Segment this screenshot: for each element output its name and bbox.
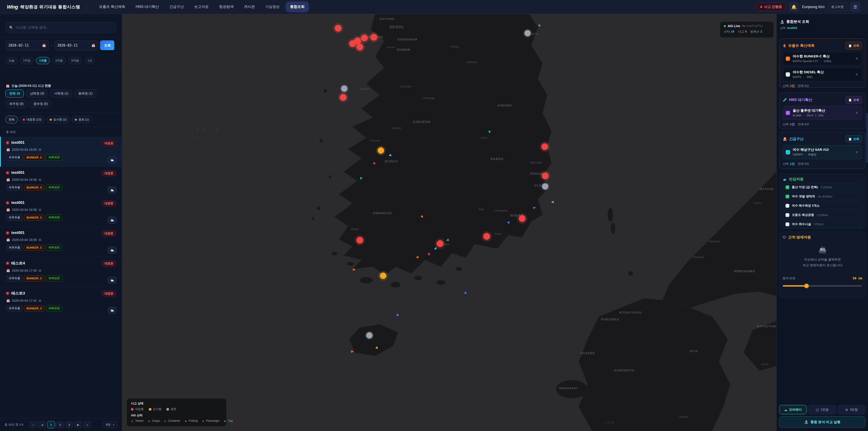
model-checkbox[interactable]: ✓ — [786, 57, 790, 61]
incident-marker[interactable] — [356, 237, 363, 244]
incident-card[interactable]: test001 대응중 📅 2026-03-04 18:58 🏛 유류유출 BU… — [0, 167, 122, 197]
nav-item-통합조회[interactable]: 통합조회 — [286, 2, 308, 11]
incident-marker[interactable] — [335, 25, 342, 32]
weather-button[interactable]: ⛅ — [108, 247, 116, 254]
close-icon[interactable]: ✕ — [855, 150, 859, 155]
incident-card[interactable]: test001 대응중 📅 2026-03-04 18:58 🏛 유류유출 BU… — [0, 227, 122, 257]
incident-marker[interactable] — [356, 43, 363, 51]
region-filter-전체 16[interactable]: 전체 16 — [5, 90, 24, 98]
page-button-3[interactable]: 3 — [65, 421, 73, 428]
analysis-model-item[interactable]: ✓ 여수 해상구난 SAR #12 SAROPS · 확률맵 ✕ — [783, 145, 862, 159]
close-icon[interactable]: ✕ — [855, 110, 859, 116]
model-checkbox[interactable] — [786, 72, 790, 76]
analysis-model-item[interactable]: ✓ 울산 톨루엔 대기확산 ALOHA · IDLH 1.2km ✕ — [783, 106, 862, 120]
analysis-model-item[interactable]: 여수항 DIESEL 확산 KOSPS · 30kL ✕ — [783, 68, 862, 81]
quick-range-6개월[interactable]: 6개월 — [68, 57, 82, 64]
weather-button[interactable]: ⛅ — [108, 307, 116, 314]
resource-checkbox[interactable] — [785, 213, 789, 217]
sensitive-resource-row[interactable]: ✓ 여수 갯벌 생태계 (4,013ha) — [783, 192, 862, 200]
radius-slider[interactable] — [783, 285, 862, 286]
weather-button[interactable]: ⛅ — [108, 217, 116, 223]
incident-card[interactable]: test001 대응중 📅 2026-03-04 19:00 🏛 유류유출 BU… — [0, 137, 122, 167]
date-query-button[interactable]: 조회 — [100, 40, 115, 51]
incident-marker[interactable] — [370, 34, 377, 41]
logout-button[interactable]: 로그아웃 — [828, 3, 847, 11]
date-from-input[interactable]: 2026-02-11 📅 — [5, 40, 49, 51]
sensitive-resource-row[interactable]: 여수 해수욕장 3개소 — [783, 202, 862, 210]
incident-marker[interactable] — [519, 215, 526, 222]
nav-item-기상정보[interactable]: 기상정보 — [261, 2, 283, 11]
panel-scrollbar[interactable] — [866, 113, 868, 163]
quick-range-3개월[interactable]: 3개월 — [52, 57, 66, 64]
resource-checkbox[interactable]: ✓ — [785, 194, 789, 198]
prev-page-button[interactable]: ◀ — [38, 421, 46, 428]
status-filter-종료 (1)[interactable]: 종료 (1) — [72, 116, 92, 123]
status-filter-조사중 (2)[interactable]: 조사중 (2) — [46, 116, 70, 123]
model-checkbox[interactable]: ✓ — [786, 111, 790, 115]
incident-marker[interactable] — [366, 332, 373, 339]
nav-item-항공탐색[interactable]: 항공탐색 — [215, 2, 237, 11]
weather-button[interactable]: ⛅ — [108, 187, 116, 193]
resource-checkbox[interactable]: ✓ — [785, 185, 789, 189]
model-checkbox[interactable]: ✓ — [786, 150, 790, 154]
sar-query-button[interactable]: 📋 조회 — [845, 135, 862, 143]
quick-range-1개월[interactable]: 1개월 — [36, 57, 50, 64]
quick-range-오늘[interactable]: 오늘 — [5, 57, 18, 64]
view-mode-3분할[interactable]: ⊞3분할 — [838, 405, 865, 414]
close-icon[interactable]: ✕ — [855, 72, 859, 77]
page-button-1[interactable]: 1 — [47, 421, 55, 428]
incident-marker[interactable] — [541, 143, 548, 150]
nav-item-유출유 확산예측[interactable]: 유출유 확산예측 — [95, 2, 129, 11]
map-canvas[interactable]: 黄海 / 황해 / 조선서해 GOYANGSEOULSEONGNAMINCHEO… — [122, 14, 776, 431]
sensitive-resource-row[interactable]: 오동도 해상공원 (125ha) — [783, 211, 862, 219]
incident-card[interactable]: test001 대응중 📅 2026-03-04 18:58 🏛 유류유출 BU… — [0, 197, 122, 227]
hns-query-button[interactable]: 📋 조회 — [845, 96, 862, 104]
region-filter-제주청 (0)[interactable]: 제주청 (0) — [5, 100, 27, 108]
region-filter-중부청 (0)[interactable]: 중부청 (0) — [30, 100, 52, 108]
incident-marker[interactable] — [380, 273, 386, 279]
date-to-input[interactable]: 2026-03-11 📅 — [54, 40, 98, 51]
oil-query-button[interactable]: 📋 조회 — [845, 42, 862, 50]
quick-range-1년[interactable]: 1년 — [84, 57, 95, 64]
nav-item-HNS·대기확산[interactable]: HNS·대기확산 — [132, 2, 162, 11]
incident-marker[interactable] — [361, 35, 368, 41]
region-filter-동해청 (1)[interactable]: 동해청 (1) — [74, 90, 96, 98]
region-filter-서해청 (1)[interactable]: 서해청 (1) — [50, 90, 72, 98]
incident-marker[interactable] — [483, 233, 490, 240]
hamburger-menu-button[interactable]: ☰ — [850, 2, 860, 12]
close-icon[interactable]: ✕ — [855, 56, 859, 61]
incident-card[interactable]: 테스트4 대응중 📅 2026-03-04 17:45 🏛 유류유출 BUNKE… — [0, 257, 122, 287]
incident-marker[interactable] — [349, 40, 356, 47]
incident-inprogress-badge[interactable]: 사고 진행중 — [756, 2, 786, 11]
incident-marker[interactable] — [542, 173, 549, 179]
incident-card[interactable]: 테스트3 대응중 📅 2026-03-04 17:41 🏛 유류유출 BUNKE… — [0, 287, 122, 317]
resource-checkbox[interactable] — [785, 204, 789, 208]
notifications-button[interactable]: 🔔 — [789, 2, 799, 12]
sensitive-resource-row[interactable]: 여수 취수시설 (2개소) — [783, 220, 862, 228]
next-page-button[interactable]: ▶ — [74, 421, 82, 428]
search-input[interactable]: 🔍 사고명, 선박명 검색... — [5, 22, 116, 33]
status-filter-대응중 (13)[interactable]: 대응중 (13) — [20, 116, 44, 123]
incident-marker[interactable] — [340, 94, 346, 101]
region-filter-남해청 (3)[interactable]: 남해청 (3) — [26, 90, 48, 98]
sensitive-resource-row[interactable]: ✓ 돌산 어장 (김·전복) (131ha) — [783, 183, 862, 191]
nav-item-게시판[interactable]: 게시판 — [240, 2, 258, 11]
incident-marker[interactable] — [542, 183, 548, 190]
view-mode-2분할[interactable]: ◫2분할 — [809, 405, 836, 414]
view-mode-오버레이[interactable]: ☁오버레이 — [779, 405, 807, 414]
weather-button[interactable]: ⛅ — [108, 277, 116, 284]
nav-item-보고자료[interactable]: 보고자료 — [191, 2, 212, 11]
incident-marker[interactable] — [341, 86, 347, 92]
run-comparison-button[interactable]: 🔬 통합 분석 비교 실행 — [779, 416, 865, 428]
analysis-model-item[interactable]: ✓ 여수항 BUNKER-C 확산 KOSPS+OpenDrift · 150k… — [783, 52, 862, 65]
incident-marker[interactable] — [437, 240, 443, 247]
nav-item-긴급구난[interactable]: 긴급구난 — [166, 2, 187, 11]
incident-marker[interactable] — [524, 30, 531, 36]
first-page-button[interactable]: « — [29, 421, 37, 428]
page-size-select[interactable]: 6건 ▾ — [103, 421, 117, 428]
page-button-2[interactable]: 2 — [56, 421, 64, 428]
status-filter-전체[interactable]: 전체 — [5, 116, 18, 123]
resource-checkbox[interactable] — [785, 222, 789, 226]
slider-thumb[interactable] — [804, 284, 809, 288]
quick-range-1주일[interactable]: 1주일 — [20, 57, 34, 64]
